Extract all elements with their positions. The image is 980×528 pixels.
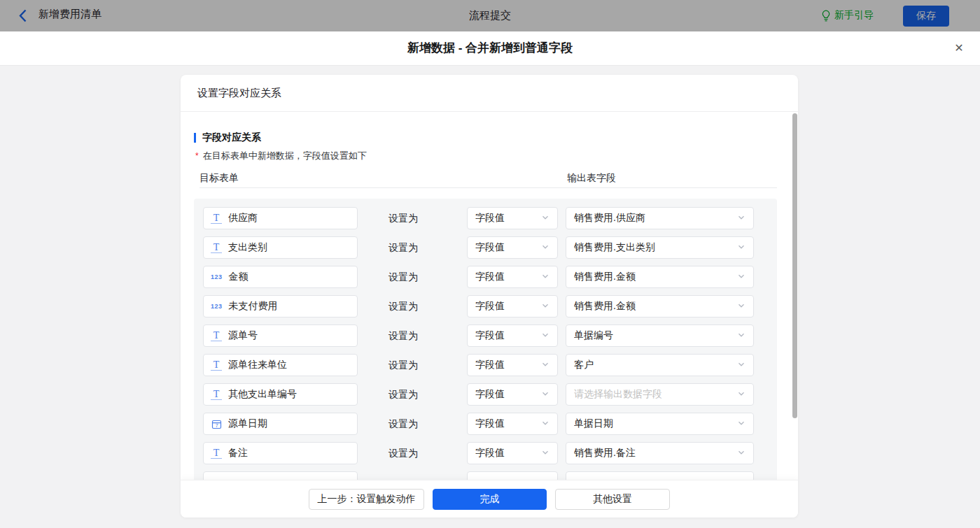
section-accent-bar [194,133,196,143]
set-as-label: 设置为 [388,354,418,376]
output-field-select[interactable]: 销售费用.供应商 [566,207,754,229]
column-output-fields: 输出表字段 [567,172,616,185]
target-field-label: 源单往来单位 [228,359,287,371]
output-field-select[interactable]: 销售费用.金额 [566,266,754,288]
output-field-select[interactable]: 销售费用.支出类别 [566,236,754,259]
set-as-label: 设置为 [388,236,418,259]
chevron-down-icon [737,271,746,283]
chevron-down-icon [541,300,550,313]
dialog-title: 新增数据 - 合并新增到普通字段 [0,31,980,65]
set-as-label: 设置为 [388,266,418,288]
value-type-select[interactable]: 字段值 [467,383,558,406]
value-type-select[interactable]: 字段值 [467,354,558,376]
chevron-down-icon [737,241,746,254]
target-field-label: 源单号 [228,329,258,342]
set-as-label: 设置为 [388,413,418,435]
chevron-down-icon [737,329,746,342]
target-field-input[interactable]: 123 未支付费用 [203,295,358,317]
text-field-icon: T [211,390,222,400]
mapping-row: T 供应商 设置为 字段值 销售费用.供应商 [203,207,768,229]
done-button[interactable]: 完成 [433,489,547,510]
required-mark: * [195,151,199,161]
target-field-input[interactable]: T 源单往来单位 [203,354,358,376]
chevron-down-icon [541,241,550,254]
mapping-row: 123 未支付费用 设置为 字段值 销售费用.金额 [203,295,768,317]
save-button[interactable]: 保存 [903,6,949,27]
target-field-input[interactable]: 123 金额 [203,266,358,288]
mapping-row: T 备注 设置为 字段值 销售费用.备注 [203,442,768,464]
target-field-input[interactable]: T 供应商 [203,207,358,229]
dialog-footer: 上一步：设置触发动作 完成 其他设置 [181,480,798,518]
mapping-row: T 其他支出单编号 设置为 字段值 请选择输出数据字段 [203,383,768,406]
target-field-label: 备注 [228,447,248,459]
scrollbar-thumb[interactable] [792,113,797,418]
chevron-down-icon [737,359,746,371]
value-type-select[interactable]: 字段值 [467,236,558,259]
set-as-label: 设置为 [388,295,418,317]
output-field-select[interactable]: 销售费用.金额 [566,295,754,317]
beginner-guide-button[interactable]: 新手引导 [821,9,874,22]
text-field-icon: T [211,448,222,459]
header-divider [200,187,777,188]
target-field-label: 支出类别 [228,241,267,254]
target-field-label: 金额 [229,271,248,283]
chevron-down-icon [737,388,746,401]
mapping-rows: T 供应商 设置为 字段值 销售费用.供应商 T 支出类别 设置为 字段值 [194,199,777,518]
output-field-select[interactable]: 客户 [566,354,754,376]
target-field-input[interactable]: T 源单号 [203,324,358,347]
target-field-input[interactable]: T 支出类别 [203,236,358,259]
mapping-note: *在目标表单中新增数据，字段值设置如下 [195,150,367,162]
value-type-select[interactable]: 字段值 [467,295,558,317]
section-title: 字段对应关系 [194,131,261,144]
number-field-icon: 123 [211,303,223,310]
output-field-select[interactable]: 单据编号 [566,324,754,347]
mapping-row: T 支出类别 设置为 字段值 销售费用.支出类别 [203,236,768,259]
card-header: 设置字段对应关系 [181,75,798,112]
set-as-label: 设置为 [388,442,418,464]
chevron-down-icon [541,418,550,430]
output-field-select[interactable]: 单据日期 [566,413,754,435]
output-field-select[interactable]: 请选择输出数据字段 [566,383,754,406]
beginner-guide-label: 新手引导 [834,9,874,22]
number-field-icon: 123 [211,273,223,280]
chevron-down-icon [737,300,746,313]
text-field-icon: T [211,213,222,224]
target-field-label: 供应商 [228,212,258,224]
text-field-icon: T [211,331,222,341]
target-field-input[interactable]: 7 源单日期 [203,413,358,435]
previous-step-button[interactable]: 上一步：设置触发动作 [309,489,424,510]
mapping-row: 123 金额 设置为 字段值 销售费用.金额 [203,266,768,288]
chevron-down-icon [541,388,550,401]
text-field-icon: T [211,243,222,253]
chevron-down-icon [737,212,746,224]
chevron-down-icon [541,212,550,224]
target-field-label: 源单日期 [228,418,267,430]
chevron-down-icon [541,271,550,283]
set-as-label: 设置为 [388,324,418,347]
value-type-select[interactable]: 字段值 [467,207,558,229]
mapping-row: T 源单号 设置为 字段值 单据编号 [203,324,768,347]
value-type-select[interactable]: 字段值 [467,266,558,288]
target-field-input[interactable]: T 备注 [203,442,358,464]
other-settings-button[interactable]: 其他设置 [555,489,670,510]
value-type-select[interactable]: 字段值 [467,442,558,464]
field-mapping-card: 设置字段对应关系 字段对应关系 *在目标表单中新增数据，字段值设置如下 目标表单… [181,75,798,518]
set-as-label: 设置为 [388,207,418,229]
value-type-select[interactable]: 字段值 [467,324,558,347]
close-icon[interactable]: ✕ [949,31,969,65]
value-type-select[interactable]: 字段值 [467,413,558,435]
date-field-icon: 7 [211,419,222,429]
mapping-row: T 源单往来单位 设置为 字段值 客户 [203,354,768,376]
chevron-down-icon [541,447,550,459]
dialog-header: 新增数据 - 合并新增到普通字段 ✕ [0,31,980,66]
chevron-down-icon [737,447,746,459]
top-bar: 新增费用清单 流程提交 新手引导 保存 [0,0,980,31]
target-field-input[interactable]: T 其他支出单编号 [203,383,358,406]
target-field-label: 未支付费用 [229,300,278,313]
chevron-down-icon [541,329,550,342]
output-field-select[interactable]: 销售费用.备注 [566,442,754,464]
chevron-down-icon [541,359,550,371]
page: 新增费用清单 流程提交 新手引导 保存 新增数据 - 合并新增到普通字段 ✕ 设… [0,0,980,528]
text-field-icon: T [211,360,222,371]
mapping-row: 7 源单日期 设置为 字段值 单据日期 [203,413,768,435]
